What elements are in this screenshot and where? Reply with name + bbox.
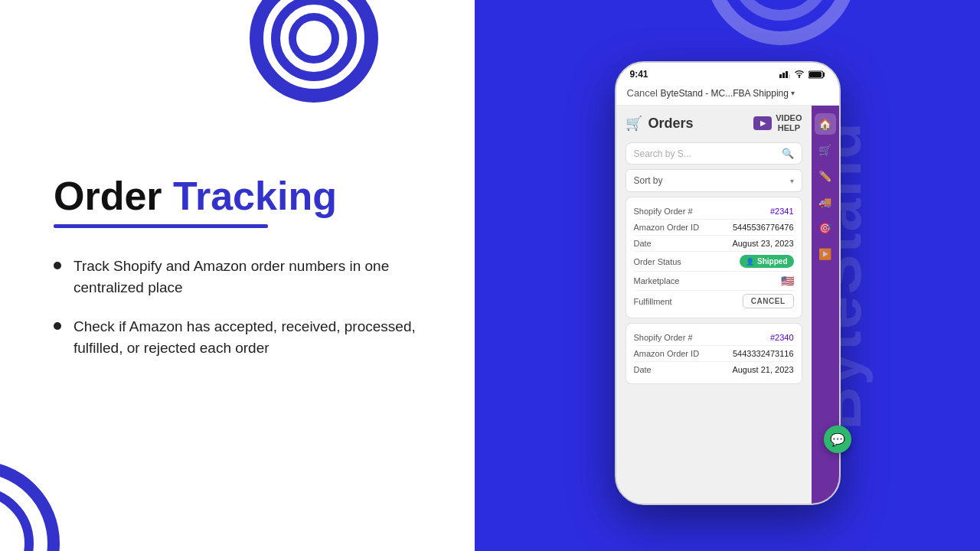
sidebar-play-icon[interactable]: ▶️	[815, 243, 836, 265]
signal-icon	[779, 70, 790, 78]
order-row-date: Date August 23, 2023	[634, 236, 794, 252]
order-row-fulfillment: Fulfillment CANCEL	[634, 291, 794, 311]
svg-point-5	[712, 0, 850, 38]
order2-row-date: Date August 21, 2023	[634, 362, 794, 377]
bullet-dot	[54, 322, 61, 330]
order2-amazon-label: Amazon Order ID	[634, 349, 700, 358]
status-bar: 9:41	[616, 63, 839, 83]
battery-icon	[808, 70, 825, 79]
main-content: 🛒 Orders ▶ VIDEOHELP Search by S... 🔍	[616, 106, 812, 504]
order2-row-amazon: Amazon Order ID 5443332473116	[634, 346, 794, 362]
cancel-fulfillment-button[interactable]: CANCEL	[743, 294, 794, 308]
status-icons	[779, 70, 825, 79]
svg-point-6	[735, 0, 827, 15]
sidebar-edit-icon[interactable]: ✏️	[815, 165, 836, 187]
bullet-dot	[54, 262, 61, 269]
order2-date-value: August 21, 2023	[732, 365, 793, 374]
svg-point-12	[799, 77, 800, 78]
right-panel: ByteStand 9:41	[475, 0, 980, 551]
nav-title: ByteStand - MC...FBA Shipping ▾	[661, 88, 795, 99]
order-card-2: Shopify Order # #2340 Amazon Order ID 54…	[626, 323, 802, 384]
nav-cancel-link[interactable]: Cancel	[627, 87, 658, 99]
amazon-order-label: Amazon Order ID	[634, 223, 700, 232]
video-help-button[interactable]: ▶ VIDEOHELP	[753, 113, 802, 133]
order2-shopify-label: Shopify Order #	[634, 333, 693, 342]
deco-circles-bottom	[0, 444, 77, 543]
heading-underline	[54, 224, 268, 228]
deco-circles-top	[253, 0, 375, 99]
date-value: August 23, 2023	[732, 239, 793, 248]
order2-amazon-value: 5443332473116	[733, 349, 794, 358]
sort-by-dropdown[interactable]: Sort by ▾	[626, 169, 802, 192]
list-item: Check if Amazon has accepted, received, …	[54, 316, 421, 358]
sidebar-home-icon[interactable]: 🏠	[815, 113, 836, 135]
order-row-shopify: Shopify Order # #2341	[634, 204, 794, 220]
search-bar[interactable]: Search by S... 🔍	[626, 142, 802, 165]
video-help-label: VIDEOHELP	[776, 113, 802, 133]
amazon-order-value: 5445536776476	[733, 223, 794, 232]
svg-point-2	[292, 17, 335, 60]
nav-dropdown-arrow[interactable]: ▾	[791, 89, 795, 97]
orders-header: 🛒 Orders ▶ VIDEOHELP	[616, 106, 812, 138]
sort-by-arrow-icon: ▾	[790, 177, 794, 185]
status-badge: 👤 Shipped	[740, 255, 793, 268]
order2-shopify-value: #2340	[770, 333, 794, 342]
status-label: Order Status	[634, 257, 681, 266]
nav-bar: Cancel ByteStand - MC...FBA Shipping ▾	[616, 83, 839, 106]
left-panel: Order Tracking Track Shopify and Amazon …	[0, 0, 475, 551]
order2-row-shopify: Shopify Order # #2340	[634, 330, 794, 346]
svg-rect-9	[782, 73, 785, 78]
cart-icon: 🛒	[626, 115, 642, 132]
chat-bubble-button[interactable]: 💬	[824, 425, 851, 453]
marketplace-label: Marketplace	[634, 276, 680, 285]
wifi-icon	[794, 70, 805, 79]
sidebar-cart-icon[interactable]: 🛒	[815, 139, 836, 161]
feature-list: Track Shopify and Amazon order numbers i…	[54, 256, 421, 377]
play-icon: ▶	[753, 116, 772, 130]
svg-point-1	[276, 0, 352, 77]
order2-date-label: Date	[634, 365, 652, 374]
main-heading: Order Tracking	[54, 174, 421, 218]
order-row-amazon: Amazon Order ID 5445536776476	[634, 220, 794, 236]
list-item: Track Shopify and Amazon order numbers i…	[54, 256, 421, 298]
orders-title: 🛒 Orders	[626, 115, 694, 132]
shopify-order-value: #2341	[770, 207, 794, 216]
shopify-order-label: Shopify Order #	[634, 207, 693, 216]
date-label: Date	[634, 239, 652, 248]
svg-rect-10	[786, 71, 788, 78]
svg-rect-14	[809, 72, 822, 77]
svg-point-4	[0, 491, 29, 551]
svg-rect-8	[779, 74, 782, 78]
phone-frame: 9:41	[615, 61, 841, 505]
time-display: 9:41	[630, 69, 648, 80]
fulfillment-label: Fulfillment	[634, 297, 672, 306]
order-card-1: Shopify Order # #2341 Amazon Order ID 54…	[626, 197, 802, 318]
sidebar-target-icon[interactable]: 🎯	[815, 217, 836, 239]
order-row-marketplace: Marketplace 🇺🇸	[634, 272, 794, 291]
order-row-status: Order Status 👤 Shipped	[634, 252, 794, 272]
phone-mockup: 9:41	[615, 61, 841, 505]
marketplace-flag: 🇺🇸	[781, 275, 794, 287]
search-icon: 🔍	[782, 148, 794, 159]
search-placeholder: Search by S...	[634, 148, 777, 159]
shipped-icon: 👤	[746, 258, 754, 266]
sidebar-truck-icon[interactable]: 🚚	[815, 191, 836, 213]
phone-content: 🛒 Orders ▶ VIDEOHELP Search by S... 🔍	[616, 106, 839, 504]
sort-by-label: Sort by	[634, 175, 663, 186]
svg-rect-11	[789, 74, 790, 78]
